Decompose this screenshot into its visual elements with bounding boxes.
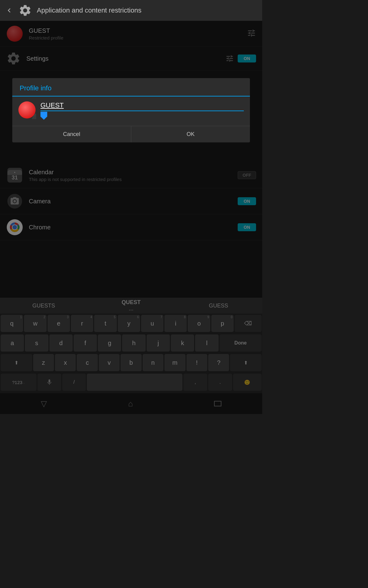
dialog-title: Profile info xyxy=(12,78,250,96)
back-icon[interactable] xyxy=(5,6,13,15)
top-bar-title: Application and content restrictions xyxy=(37,6,141,14)
top-bar: Application and content restrictions xyxy=(0,0,262,21)
ok-button[interactable]: OK xyxy=(131,126,250,142)
dialog-input-area[interactable] xyxy=(40,101,244,122)
cancel-button[interactable]: Cancel xyxy=(12,126,131,142)
profile-name-input[interactable] xyxy=(40,101,244,111)
text-cursor xyxy=(40,112,47,120)
settings-gear-icon xyxy=(18,4,32,17)
dialog-body xyxy=(12,96,250,122)
profile-info-dialog: Profile info Cancel OK xyxy=(12,78,250,142)
dialog-buttons: Cancel OK xyxy=(12,126,250,142)
